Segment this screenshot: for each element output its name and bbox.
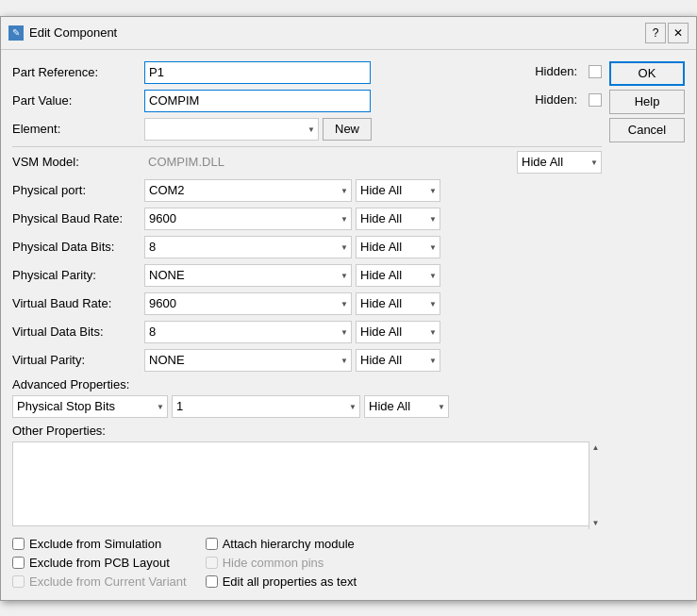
advanced-hide-dropdown[interactable]: Hide All Show All <box>364 395 449 418</box>
physical-baud-label: Physical Baud Rate: <box>12 211 144 225</box>
hidden-checkbox-1[interactable] <box>589 65 602 78</box>
virtual-data-wrapper: 8 7 6 5 <box>144 321 352 343</box>
virtual-baud-row: Virtual Baud Rate: 9600 4800 19200 11520… <box>12 292 602 315</box>
physical-parity-dropdown[interactable]: NONE ODD EVEN <box>144 264 352 287</box>
hidden-col-1: Hidden: <box>535 64 602 80</box>
element-label: Element: <box>12 122 144 136</box>
physical-parity-label: Physical Parity: <box>12 268 144 282</box>
new-button[interactable]: New <box>323 118 372 141</box>
physical-baud-dropdown[interactable]: 9600 4800 19200 115200 <box>144 208 352 230</box>
physical-baud-hide-dropdown[interactable]: Hide All Show All <box>356 208 440 230</box>
virtual-data-label: Virtual Data Bits: <box>12 325 144 339</box>
virtual-parity-row: Virtual Parity: NONE ODD EVEN Hide All S <box>12 349 602 372</box>
edit-properties-checkbox[interactable] <box>206 575 218 588</box>
cancel-button[interactable]: Cancel <box>609 118 685 142</box>
main-content: Part Reference: Hidden: Part Value: <box>12 61 602 592</box>
physical-port-dropdown[interactable]: COM2 COM1 COM3 COM4 <box>144 179 352 202</box>
exclude-variant-item: Exclude from Current Variant <box>12 574 187 589</box>
virtual-baud-hide-dropdown[interactable]: Hide All Show All <box>356 292 440 315</box>
help-button[interactable]: Help <box>609 90 685 114</box>
part-reference-input[interactable] <box>144 61 371 84</box>
hidden-row-2: Hidden: <box>535 92 602 107</box>
advanced-val-wrapper: 1 1.5 2 <box>172 395 360 418</box>
advanced-hide-wrapper: Hide All Show All <box>364 395 449 418</box>
ok-button[interactable]: OK <box>609 61 685 86</box>
edit-component-dialog: ✎ Edit Component ? ✕ Part Reference: Hid… <box>0 16 697 601</box>
physical-data-controls: 8 7 6 5 Hide All Show All <box>144 236 602 258</box>
advanced-prop-dropdown[interactable]: Physical Stop Bits Virtual Stop Bits <box>12 395 168 418</box>
exclude-simulation-item: Exclude from Simulation <box>12 537 187 551</box>
virtual-data-hide-dropdown[interactable]: Hide All Show All <box>356 321 440 343</box>
vsm-hide-wrapper: Hide All Show All Hide in BOM Hide in Ne… <box>517 151 602 174</box>
advanced-properties-row: Physical Stop Bits Virtual Stop Bits 1 1… <box>12 395 602 418</box>
app-icon: ✎ <box>8 25 24 41</box>
hidden-checkbox-2[interactable] <box>589 93 602 107</box>
virtual-parity-dropdown[interactable]: NONE ODD EVEN <box>144 349 352 372</box>
virtual-parity-controls: NONE ODD EVEN Hide All Show All <box>144 349 602 372</box>
side-buttons: OK Help Cancel <box>609 61 685 592</box>
hide-common-pins-item: Hide common pins <box>206 556 357 570</box>
checkbox-col-right: Attach hierarchy module Hide common pins… <box>206 537 357 589</box>
element-dropdown[interactable] <box>144 118 319 141</box>
physical-baud-row: Physical Baud Rate: 9600 4800 19200 1152… <box>12 208 602 230</box>
physical-data-label: Physical Data Bits: <box>12 240 144 254</box>
checkboxes-row: Exclude from Simulation Exclude from PCB… <box>12 529 602 592</box>
physical-data-hide-wrapper: Hide All Show All <box>356 236 440 258</box>
vsm-model-controls: COMPIM.DLL <box>144 153 517 171</box>
virtual-data-row: Virtual Data Bits: 8 7 6 5 Hide All <box>12 321 602 343</box>
help-title-button[interactable]: ? <box>645 23 666 43</box>
titlebar-left: ✎ Edit Component <box>8 25 117 41</box>
hide-common-pins-checkbox[interactable] <box>206 557 218 569</box>
part-value-label: Part Value: <box>12 93 144 108</box>
physical-port-label: Physical port: <box>12 183 144 197</box>
part-value-controls <box>144 90 523 112</box>
physical-port-row: Physical port: COM2 COM1 COM3 COM4 Hide <box>12 179 602 202</box>
edit-properties-label[interactable]: Edit all properties as text <box>223 574 357 589</box>
other-properties-textarea[interactable] <box>12 441 602 526</box>
hide-common-pins-label: Hide common pins <box>223 556 324 570</box>
physical-data-dropdown[interactable]: 8 7 6 5 <box>144 236 352 258</box>
virtual-baud-dropdown[interactable]: 9600 4800 19200 115200 <box>144 292 352 315</box>
physical-parity-hide-wrapper: Hide All Show All <box>356 264 440 287</box>
element-controls: New <box>144 118 602 141</box>
exclude-simulation-checkbox[interactable] <box>12 538 25 550</box>
virtual-parity-label: Virtual Parity: <box>12 353 144 367</box>
physical-port-controls: COM2 COM1 COM3 COM4 Hide All Show All <box>144 179 602 202</box>
titlebar-buttons: ? ✕ <box>645 23 689 43</box>
advanced-prop-wrapper: Physical Stop Bits Virtual Stop Bits <box>12 395 168 418</box>
attach-hierarchy-checkbox[interactable] <box>206 538 218 550</box>
attach-hierarchy-item: Attach hierarchy module <box>206 537 357 551</box>
physical-data-wrapper: 8 7 6 5 <box>144 236 352 258</box>
exclude-pcb-checkbox[interactable] <box>12 557 25 569</box>
advanced-val-dropdown[interactable]: 1 1.5 2 <box>172 395 360 418</box>
exclude-pcb-label[interactable]: Exclude from PCB Layout <box>29 556 170 570</box>
virtual-data-dropdown[interactable]: 8 7 6 5 <box>144 321 352 343</box>
hidden-col-2: Hidden: <box>535 92 602 108</box>
virtual-data-hide-wrapper: Hide All Show All <box>356 321 440 343</box>
physical-port-hide-wrapper: Hide All Show All <box>356 179 440 202</box>
physical-data-hide-dropdown[interactable]: Hide All Show All <box>356 236 440 258</box>
virtual-parity-hide-dropdown[interactable]: Hide All Show All <box>356 349 440 372</box>
vsm-hide-dropdown[interactable]: Hide All Show All Hide in BOM Hide in Ne… <box>517 151 602 174</box>
vsm-model-row: VSM Model: COMPIM.DLL Hide All Show All … <box>12 151 602 174</box>
virtual-baud-label: Virtual Baud Rate: <box>12 296 144 310</box>
physical-parity-hide-dropdown[interactable]: Hide All Show All <box>356 264 440 287</box>
exclude-simulation-label[interactable]: Exclude from Simulation <box>29 537 161 551</box>
exclude-variant-checkbox[interactable] <box>12 575 25 588</box>
physical-port-wrapper: COM2 COM1 COM3 COM4 <box>144 179 352 202</box>
titlebar: ✎ Edit Component ? ✕ <box>1 17 696 50</box>
checkbox-col-left: Exclude from Simulation Exclude from PCB… <box>12 537 187 589</box>
scrollbar[interactable]: ▲ ▼ <box>589 441 602 529</box>
close-title-button[interactable]: ✕ <box>668 23 689 43</box>
attach-hierarchy-label[interactable]: Attach hierarchy module <box>223 537 355 551</box>
virtual-baud-wrapper: 9600 4800 19200 115200 <box>144 292 352 315</box>
scroll-down-icon[interactable]: ▼ <box>590 517 602 529</box>
scroll-up-icon[interactable]: ▲ <box>590 441 602 454</box>
exclude-pcb-item: Exclude from PCB Layout <box>12 556 187 570</box>
vsm-hide-group: Hide All Show All Hide in BOM Hide in Ne… <box>517 151 602 174</box>
physical-port-hide-dropdown[interactable]: Hide All Show All <box>356 179 440 202</box>
element-row: Element: New <box>12 118 602 141</box>
physical-parity-wrapper: NONE ODD EVEN <box>144 264 352 287</box>
vsm-model-value: COMPIM.DLL <box>144 153 228 171</box>
part-value-input[interactable] <box>144 90 371 112</box>
